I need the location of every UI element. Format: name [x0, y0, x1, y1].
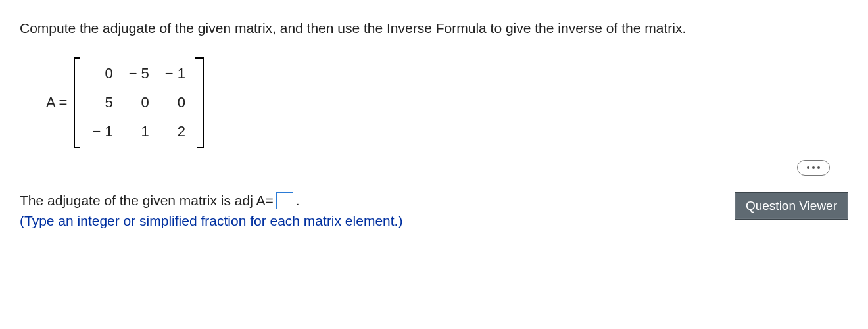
- more-options-button[interactable]: [797, 160, 830, 176]
- matrix-cell: − 5: [129, 65, 149, 82]
- ellipsis-icon: [807, 166, 809, 169]
- section-divider: [20, 168, 848, 168]
- matrix-cell: 1: [129, 123, 149, 140]
- answer-prompt: The adjugate of the given matrix is adj …: [20, 192, 715, 209]
- matrix-grid: 0 − 5 − 1 5 0 0 − 1 1 2: [83, 57, 195, 148]
- divider-line: [20, 168, 848, 168]
- bracket-right-icon: [195, 57, 204, 148]
- answer-lead-text: The adjugate of the given matrix is adj …: [20, 193, 274, 209]
- matrix-cell: − 1: [92, 123, 112, 140]
- matrix-cell: 2: [165, 123, 185, 140]
- matrix-cell: 0: [129, 94, 149, 111]
- ellipsis-icon: [817, 166, 820, 169]
- matrix-cell: 0: [165, 94, 185, 111]
- matrix-brackets: 0 − 5 − 1 5 0 0 − 1 1 2: [74, 57, 204, 148]
- matrix-cell: 5: [92, 94, 112, 111]
- bracket-left-icon: [74, 57, 83, 148]
- answer-trail-text: .: [296, 193, 300, 209]
- answer-hint: (Type an integer or simplified fraction …: [20, 213, 715, 229]
- matrix-label: A =: [46, 94, 67, 111]
- matrix-cell: − 1: [165, 65, 185, 82]
- question-prompt: Compute the adjugate of the given matrix…: [20, 18, 848, 38]
- answer-input-box[interactable]: [276, 192, 293, 209]
- matrix-equation: A = 0 − 5 − 1 5 0 0 − 1 1 2: [46, 57, 848, 148]
- question-viewer-button[interactable]: Question Viewer: [735, 192, 848, 220]
- matrix-cell: 0: [92, 65, 112, 82]
- ellipsis-icon: [812, 166, 815, 169]
